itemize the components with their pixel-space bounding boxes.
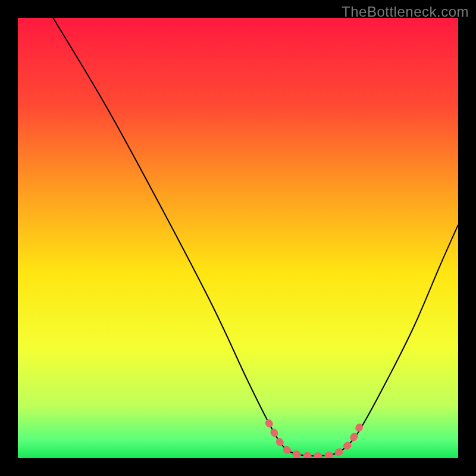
bottleneck-chart bbox=[18, 18, 458, 458]
watermark-text: TheBottleneck.com bbox=[342, 4, 469, 20]
gradient-background bbox=[18, 18, 458, 458]
chart-container: TheBottleneck.com bbox=[0, 0, 476, 476]
